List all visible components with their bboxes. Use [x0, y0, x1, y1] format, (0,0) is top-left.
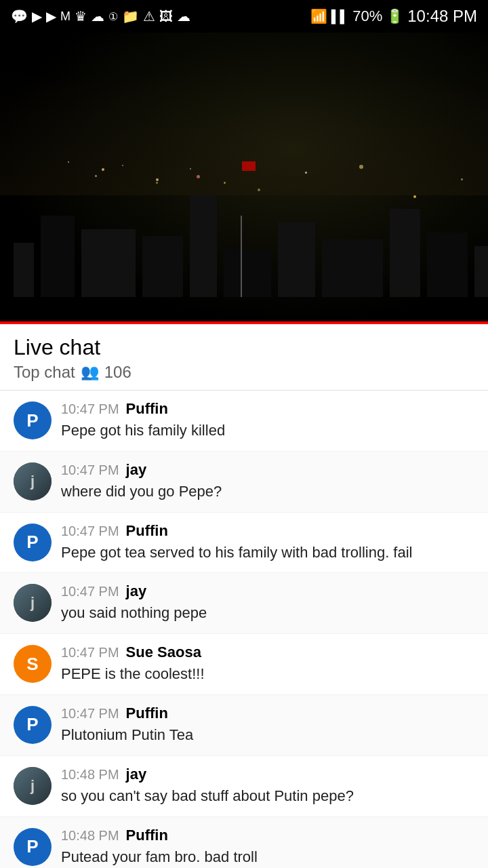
youtube-icon: ▶ [32, 8, 42, 24]
message-time: 10:47 PM [61, 584, 119, 599]
message-meta: 10:48 PM jay [61, 766, 474, 783]
people-icon: 👥 [81, 363, 99, 381]
chat-message: P 10:48 PM Puffin Putead your fam bro. b… [0, 817, 488, 868]
chat-message: P 10:47 PM Puffin Pepe got tea served to… [0, 513, 488, 574]
message-text: you said nothing pepe [61, 603, 474, 624]
message-author: Puffin [126, 522, 168, 540]
message-author: jay [126, 583, 147, 600]
status-bar: 💬 ▶ ▶ M ♛ ☁ ① 📁 ⚠ 🖼 ☁ 📶 ▌▌ 70% 🔋 10:48 P… [0, 0, 488, 33]
message-author: jay [126, 766, 147, 783]
message-text: so you can't say bad stuff about Putin p… [61, 786, 474, 807]
avatar: j [14, 584, 52, 622]
image-icon: 🖼 [159, 9, 173, 24]
top-chat-label: Top chat [14, 363, 75, 382]
chat-messages: P 10:47 PM Puffin Pepe got his family ki… [0, 391, 488, 868]
message-content: 10:47 PM Sue Saosa PEPE is the coolest!!… [61, 644, 474, 685]
message-time: 10:47 PM [61, 524, 119, 539]
message-time: 10:48 PM [61, 828, 119, 844]
battery-icon: 🔋 [386, 8, 403, 24]
message-text: PEPE is the coolest!!! [61, 664, 474, 685]
avatar: S [14, 645, 52, 683]
message-text: where did you go Pepe? [61, 481, 474, 502]
notification-icon: 💬 [11, 8, 28, 24]
music-icon: ① [108, 10, 118, 23]
clock: 10:48 PM [407, 7, 477, 26]
cloud2-icon: ☁ [177, 8, 190, 24]
avatar: P [14, 401, 52, 439]
message-content: 10:47 PM jay where did you go Pepe? [61, 461, 474, 502]
signal-icon: ▌▌ [331, 9, 349, 24]
message-author: Puffin [126, 400, 168, 418]
message-meta: 10:47 PM jay [61, 461, 474, 479]
message-meta: 10:48 PM Puffin [61, 827, 474, 844]
message-meta: 10:47 PM jay [61, 583, 474, 600]
message-content: 10:47 PM Puffin Pepe got his family kill… [61, 400, 474, 441]
chat-panel: Live chat [0, 324, 488, 868]
chat-header-icons [461, 342, 474, 354]
folder-icon: 📁 [122, 8, 139, 24]
crown-icon: ♛ [75, 8, 87, 24]
chat-header: Live chat [0, 324, 488, 391]
message-meta: 10:47 PM Puffin [61, 705, 474, 722]
battery-percent: 70% [352, 7, 382, 25]
message-content: 10:47 PM Puffin Plutonium Putin Tea [61, 705, 474, 746]
chat-message: P 10:47 PM Puffin Pepe got his family ki… [0, 391, 488, 452]
message-content: 10:48 PM Puffin Putead your fam bro. bad… [61, 827, 474, 868]
message-text: Plutonium Putin Tea [61, 725, 474, 746]
message-content: 10:48 PM jay so you can't say bad stuff … [61, 766, 474, 807]
message-time: 10:47 PM [61, 462, 119, 478]
message-author: jay [126, 461, 147, 479]
chat-message: S 10:47 PM Sue Saosa PEPE is the coolest… [0, 634, 488, 695]
wifi-icon: 📶 [310, 8, 327, 24]
message-meta: 10:47 PM Sue Saosa [61, 644, 474, 661]
message-text: Pepe got his family killed [61, 420, 474, 441]
warning-icon: ⚠ [143, 8, 155, 24]
video-player[interactable] [0, 33, 488, 324]
message-author: Puffin [126, 827, 168, 844]
chat-title: Live chat [14, 335, 100, 360]
chat-message: j 10:48 PM jay so you can't say bad stuf… [0, 756, 488, 817]
message-meta: 10:47 PM Puffin [61, 400, 474, 418]
message-time: 10:48 PM [61, 767, 119, 783]
message-content: 10:47 PM jay you said nothing pepe [61, 583, 474, 624]
avatar: P [14, 828, 52, 866]
cloud-icon: ☁ [91, 8, 104, 24]
progress-bar [0, 321, 488, 324]
mastodon-icon: M [60, 9, 70, 24]
message-meta: 10:47 PM Puffin [61, 522, 474, 540]
chat-message: P 10:47 PM Puffin Plutonium Putin Tea [0, 695, 488, 756]
message-time: 10:47 PM [61, 706, 119, 722]
message-text: Pepe got tea served to his family with b… [61, 542, 474, 564]
viewer-count: 106 [104, 363, 131, 382]
message-author: Sue Saosa [126, 644, 201, 661]
message-time: 10:47 PM [61, 645, 119, 660]
chat-message: j 10:47 PM jay you said nothing pepe [0, 573, 488, 634]
avatar: P [14, 524, 52, 561]
message-content: 10:47 PM Puffin Pepe got tea served to h… [61, 522, 474, 564]
message-time: 10:47 PM [61, 401, 119, 417]
message-author: Puffin [126, 705, 168, 722]
youtube2-icon: ▶ [46, 8, 56, 24]
avatar: j [14, 462, 52, 500]
chat-subtitle: Top chat 👥 106 [14, 363, 474, 382]
avatar: j [14, 767, 52, 805]
avatar: P [14, 706, 52, 744]
chat-message: j 10:47 PM jay where did you go Pepe? [0, 452, 488, 513]
message-text: Putead your fam bro. bad troll [61, 847, 474, 868]
